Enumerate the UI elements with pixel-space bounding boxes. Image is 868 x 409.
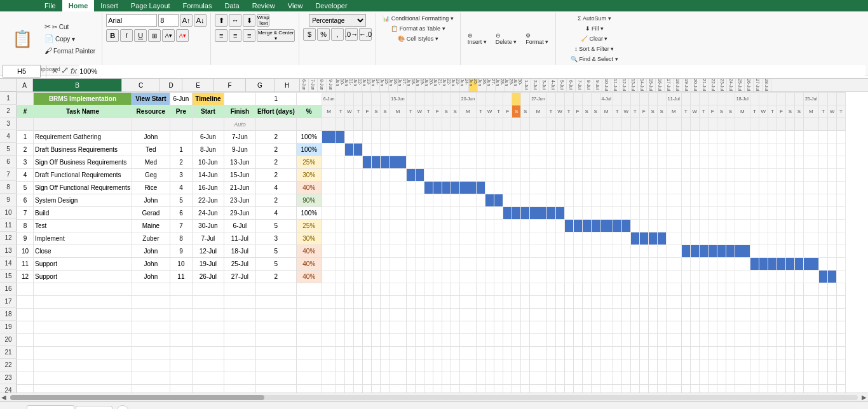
empty-cell-23-40[interactable] bbox=[639, 372, 648, 385]
empty-cell-17-33[interactable] bbox=[573, 296, 582, 309]
empty-cell-23-3[interactable] bbox=[170, 372, 192, 385]
empty-cell-24-34[interactable] bbox=[582, 385, 591, 393]
empty-cell-21-28[interactable] bbox=[521, 347, 530, 359]
horizontal-scrollbar[interactable]: ◀ ▶ bbox=[0, 392, 868, 401]
empty-cell-16-6[interactable] bbox=[255, 283, 296, 296]
cell-1-A[interactable] bbox=[17, 93, 34, 105]
empty-cell-17-23[interactable] bbox=[477, 296, 485, 309]
cell-7-B[interactable]: Draft Functional Requirements bbox=[34, 169, 132, 182]
empty-cell-21-5[interactable] bbox=[224, 347, 255, 359]
empty-cell-17-31[interactable] bbox=[555, 296, 564, 309]
empty-cell-18-15[interactable] bbox=[390, 309, 406, 321]
empty-cell-19-37[interactable] bbox=[613, 321, 621, 334]
empty-cell-23-12[interactable] bbox=[363, 372, 372, 385]
empty-cell-18-33[interactable] bbox=[573, 309, 582, 321]
empty-cell-17-35[interactable] bbox=[591, 296, 600, 309]
empty-cell-24-3[interactable] bbox=[170, 385, 192, 393]
empty-cell-17-30[interactable] bbox=[546, 296, 555, 309]
cell-13-E[interactable]: 12-Jul bbox=[192, 245, 224, 258]
wrap-text-button[interactable]: Wrap Text bbox=[257, 14, 269, 27]
cell-4-D[interactable] bbox=[170, 131, 192, 144]
empty-cell-19-9[interactable] bbox=[336, 321, 345, 334]
empty-cell-22-46[interactable] bbox=[699, 359, 708, 372]
empty-cell-16-36[interactable] bbox=[600, 283, 613, 296]
empty-cell-19-60[interactable] bbox=[836, 321, 845, 334]
empty-cell-23-38[interactable] bbox=[621, 372, 630, 385]
empty-cell-18-40[interactable] bbox=[639, 309, 648, 321]
empty-cell-19-26[interactable] bbox=[503, 321, 512, 334]
row-header-15[interactable]: 15 bbox=[0, 270, 17, 283]
empty-cell-23-4[interactable] bbox=[192, 372, 224, 385]
cell-3-2[interactable] bbox=[132, 118, 170, 131]
formula-input[interactable] bbox=[79, 65, 865, 77]
empty-cell-16-13[interactable] bbox=[372, 283, 381, 296]
empty-cell-17-16[interactable] bbox=[406, 296, 415, 309]
empty-cell-20-8[interactable] bbox=[322, 334, 336, 347]
empty-cell-22-37[interactable] bbox=[613, 359, 621, 372]
empty-cell-24-30[interactable] bbox=[546, 385, 555, 393]
percent-button[interactable]: % bbox=[317, 28, 330, 41]
col-header-cell-3[interactable]: Pre bbox=[170, 105, 192, 118]
empty-cell-18-31[interactable] bbox=[555, 309, 564, 321]
empty-cell-22-9[interactable] bbox=[336, 359, 345, 372]
row-header-5[interactable]: 5 bbox=[0, 143, 17, 156]
empty-cell-19-8[interactable] bbox=[322, 321, 336, 334]
empty-cell-21-16[interactable] bbox=[406, 347, 415, 359]
col-header-cell-2[interactable]: Resource bbox=[132, 105, 170, 118]
empty-cell-24-33[interactable] bbox=[573, 385, 582, 393]
empty-cell-18-59[interactable] bbox=[827, 309, 836, 321]
cell-9-D[interactable]: 5 bbox=[170, 194, 192, 207]
empty-cell-22-43[interactable] bbox=[666, 359, 681, 372]
empty-cell-23-32[interactable] bbox=[564, 372, 573, 385]
cell-14-D[interactable]: 10 bbox=[170, 258, 192, 271]
empty-cell-20-45[interactable] bbox=[690, 334, 699, 347]
cell-styles-button[interactable]: 🎨 Cell Styles ▾ bbox=[395, 34, 441, 43]
empty-cell-20-60[interactable] bbox=[836, 334, 845, 347]
empty-cell-23-51[interactable] bbox=[750, 372, 759, 385]
empty-cell-23-0[interactable] bbox=[17, 372, 34, 385]
empty-cell-17-5[interactable] bbox=[224, 296, 255, 309]
empty-cell-16-20[interactable] bbox=[442, 283, 451, 296]
empty-cell-17-42[interactable] bbox=[657, 296, 666, 309]
empty-cell-17-46[interactable] bbox=[699, 296, 708, 309]
empty-cell-20-59[interactable] bbox=[827, 334, 836, 347]
empty-cell-23-9[interactable] bbox=[336, 372, 345, 385]
cell-11-C[interactable]: Maine bbox=[132, 220, 170, 232]
empty-cell-20-3[interactable] bbox=[170, 334, 192, 347]
empty-cell-21-18[interactable] bbox=[424, 347, 433, 359]
empty-cell-17-29[interactable] bbox=[530, 296, 546, 309]
empty-cell-19-17[interactable] bbox=[415, 321, 424, 334]
empty-cell-18-0[interactable] bbox=[17, 309, 34, 321]
empty-cell-22-45[interactable] bbox=[690, 359, 699, 372]
empty-cell-24-60[interactable] bbox=[836, 385, 845, 393]
empty-cell-23-35[interactable] bbox=[591, 372, 600, 385]
empty-cell-22-39[interactable] bbox=[630, 359, 639, 372]
empty-cell-20-25[interactable] bbox=[494, 334, 503, 347]
empty-cell-21-11[interactable] bbox=[354, 347, 363, 359]
cell-13-H[interactable]: 40% bbox=[296, 245, 322, 258]
empty-cell-16-22[interactable] bbox=[459, 283, 476, 296]
cell-5-B[interactable]: Draft Business Requirements bbox=[34, 144, 132, 156]
empty-cell-22-19[interactable] bbox=[433, 359, 442, 372]
cell-11-G[interactable]: 5 bbox=[255, 220, 296, 232]
font-color-button[interactable]: A▾ bbox=[176, 29, 189, 42]
cell-7-F[interactable]: 15-Jun bbox=[224, 169, 255, 182]
empty-cell-21-59[interactable] bbox=[827, 347, 836, 359]
empty-cell-23-56[interactable] bbox=[794, 372, 803, 385]
empty-cell-19-31[interactable] bbox=[555, 321, 564, 334]
empty-cell-21-40[interactable] bbox=[639, 347, 648, 359]
empty-cell-24-19[interactable] bbox=[433, 385, 442, 393]
empty-cell-19-2[interactable] bbox=[132, 321, 170, 334]
empty-cell-24-12[interactable] bbox=[363, 385, 372, 393]
empty-cell-24-40[interactable] bbox=[639, 385, 648, 393]
empty-cell-24-38[interactable] bbox=[621, 385, 630, 393]
empty-cell-23-42[interactable] bbox=[657, 372, 666, 385]
empty-cell-20-16[interactable] bbox=[406, 334, 415, 347]
empty-cell-19-30[interactable] bbox=[546, 321, 555, 334]
empty-cell-22-12[interactable] bbox=[363, 359, 372, 372]
empty-cell-18-28[interactable] bbox=[521, 309, 530, 321]
empty-cell-24-13[interactable] bbox=[372, 385, 381, 393]
empty-cell-23-50[interactable] bbox=[735, 372, 750, 385]
empty-cell-24-58[interactable] bbox=[818, 385, 827, 393]
empty-cell-21-4[interactable] bbox=[192, 347, 224, 359]
